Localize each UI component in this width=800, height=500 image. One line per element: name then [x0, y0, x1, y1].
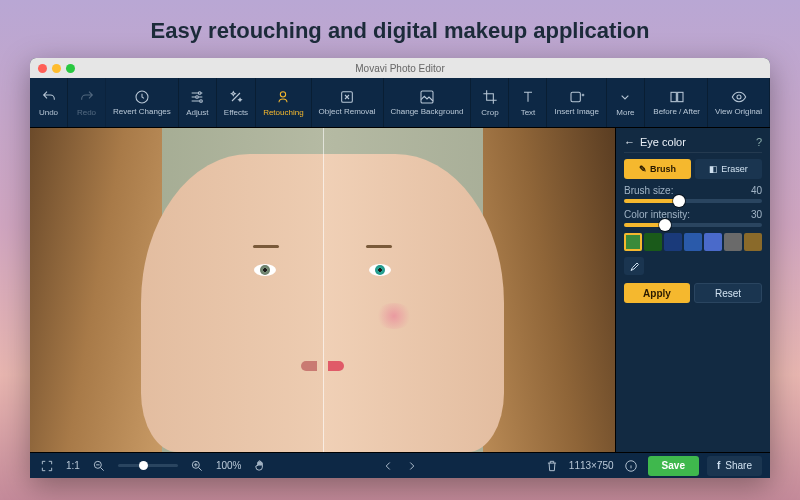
view-original-label: View Original	[715, 108, 762, 116]
swatch-5[interactable]	[724, 233, 742, 251]
eraser-tab-label: Eraser	[721, 164, 748, 174]
hero-title: Easy retouching and digital makeup appli…	[0, 0, 800, 58]
window-title: Movavi Photo Editor	[30, 63, 770, 74]
zoom-slider[interactable]	[118, 464, 178, 467]
zoom-out-button[interactable]	[90, 457, 108, 475]
status-bar: 1:1 100% 1113×750 Save f Share	[30, 452, 770, 478]
reset-button[interactable]: Reset	[694, 283, 762, 303]
before-after-label: Before / After	[653, 108, 700, 116]
save-button[interactable]: Save	[648, 456, 699, 476]
insert-image-icon	[569, 89, 585, 105]
brush-size-value: 40	[751, 185, 762, 196]
adjust-label: Adjust	[186, 108, 208, 117]
crop-label: Crop	[481, 108, 498, 117]
redo-label: Redo	[77, 108, 96, 117]
undo-label: Undo	[39, 108, 58, 117]
more-icon	[617, 89, 633, 105]
share-label: Share	[725, 460, 752, 471]
crop-icon	[482, 89, 498, 105]
redo-icon	[79, 89, 95, 105]
brush-tab[interactable]: ✎ Brush	[624, 159, 691, 179]
eyedropper-button[interactable]	[624, 257, 644, 275]
svg-rect-8	[677, 92, 682, 101]
pan-button[interactable]	[251, 457, 269, 475]
effects-icon	[228, 89, 244, 105]
facebook-icon: f	[717, 460, 720, 471]
more-button[interactable]: More	[607, 78, 645, 127]
revert-icon	[134, 89, 150, 105]
retouching-button[interactable]: Retouching	[256, 78, 311, 127]
titlebar: Movavi Photo Editor	[30, 58, 770, 78]
svg-point-3	[281, 91, 286, 96]
before-after-icon	[669, 89, 685, 105]
text-label: Text	[521, 108, 536, 117]
help-button[interactable]: ?	[756, 136, 762, 148]
object-removal-label: Object Removal	[319, 108, 376, 116]
crop-button[interactable]: Crop	[471, 78, 509, 127]
panel-title: Eye color	[640, 136, 686, 148]
brush-size-label: Brush size:	[624, 185, 673, 196]
retouching-icon	[275, 89, 291, 105]
redo-button[interactable]: Redo	[68, 78, 106, 127]
undo-icon	[41, 89, 57, 105]
swatch-6[interactable]	[744, 233, 762, 251]
intensity-label: Color intensity:	[624, 209, 690, 220]
insert-image-label: Insert Image	[554, 108, 598, 116]
intensity-slider[interactable]	[624, 223, 762, 227]
before-after-preview	[30, 128, 615, 452]
next-button[interactable]	[403, 457, 421, 475]
undo-button[interactable]: Undo	[30, 78, 68, 127]
color-swatches	[624, 233, 762, 251]
prev-button[interactable]	[379, 457, 397, 475]
eraser-icon: ◧	[709, 164, 718, 174]
info-button[interactable]	[622, 457, 640, 475]
apply-button[interactable]: Apply	[624, 283, 690, 303]
main-toolbar: Undo Redo Revert Changes Adjust Effects …	[30, 78, 770, 128]
svg-point-0	[199, 91, 202, 94]
insert-image-button[interactable]: Insert Image	[547, 78, 606, 127]
canvas-area[interactable]	[30, 128, 615, 452]
delete-button[interactable]	[543, 457, 561, 475]
more-label: More	[616, 108, 634, 117]
retouching-label: Retouching	[263, 108, 303, 117]
object-removal-button[interactable]: Object Removal	[312, 78, 384, 127]
change-bg-button[interactable]: Change Background	[384, 78, 472, 127]
adjust-button[interactable]: Adjust	[179, 78, 217, 127]
object-removal-icon	[339, 89, 355, 105]
brush-size-slider[interactable]	[624, 199, 762, 203]
swatch-2[interactable]	[664, 233, 682, 251]
app-window: Movavi Photo Editor Undo Redo Revert Cha…	[30, 58, 770, 478]
zoom-value: 100%	[216, 460, 242, 471]
svg-point-9	[737, 95, 741, 99]
view-original-icon	[731, 89, 747, 105]
custom-color-preview[interactable]	[647, 257, 762, 275]
effects-label: Effects	[224, 108, 248, 117]
change-bg-label: Change Background	[391, 108, 464, 116]
brush-icon: ✎	[639, 164, 647, 174]
revert-button[interactable]: Revert Changes	[106, 78, 179, 127]
swatch-1[interactable]	[644, 233, 662, 251]
back-icon[interactable]: ←	[624, 136, 635, 148]
svg-rect-5	[421, 91, 433, 103]
svg-rect-7	[671, 92, 676, 101]
svg-rect-6	[571, 92, 580, 101]
swatch-4[interactable]	[704, 233, 722, 251]
text-button[interactable]: Text	[509, 78, 547, 127]
dimensions-label: 1113×750	[569, 460, 614, 471]
before-after-button[interactable]: Before / After	[646, 78, 708, 127]
adjust-icon	[189, 89, 205, 105]
intensity-value: 30	[751, 209, 762, 220]
svg-point-2	[200, 99, 203, 102]
side-panel: ← Eye color ? ✎ Brush ◧ Eraser Brush siz…	[615, 128, 770, 452]
swatch-0[interactable]	[624, 233, 642, 251]
effects-button[interactable]: Effects	[217, 78, 256, 127]
eraser-tab[interactable]: ◧ Eraser	[695, 159, 762, 179]
change-bg-icon	[419, 89, 435, 105]
fullscreen-button[interactable]	[38, 457, 56, 475]
zoom-in-button[interactable]	[188, 457, 206, 475]
view-original-button[interactable]: View Original	[708, 78, 770, 127]
brush-tab-label: Brush	[650, 164, 676, 174]
share-button[interactable]: f Share	[707, 456, 762, 476]
swatch-3[interactable]	[684, 233, 702, 251]
zoom-ratio: 1:1	[66, 460, 80, 471]
